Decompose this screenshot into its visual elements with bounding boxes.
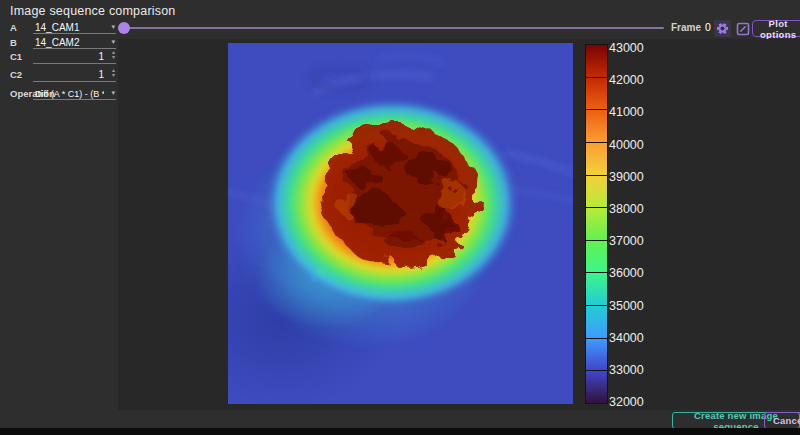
colorbar-segment xyxy=(586,339,607,372)
edit-icon xyxy=(736,22,750,36)
colorbar-tick: 36000 xyxy=(609,266,661,279)
spinner-down-icon[interactable]: ▾ xyxy=(112,73,115,78)
gear-icon xyxy=(716,22,729,35)
plot-area: 43000 42000 41000 40000 39000 38000 3700… xyxy=(118,39,800,410)
field-row-c2: C2 1 ▴ ▾ xyxy=(0,68,118,82)
number-spinner[interactable]: ▴ ▾ xyxy=(112,68,115,78)
chevron-down-icon: ▾ xyxy=(111,23,115,31)
field-row-b: B 14_CAM2 ▾ xyxy=(0,36,118,49)
colorbar-tick: 39000 xyxy=(609,170,661,183)
number-spinner[interactable]: ▴ ▾ xyxy=(112,50,115,60)
field-label-c1: C1 xyxy=(10,51,22,62)
colorbar-tick: 34000 xyxy=(609,331,661,344)
colorbar-tick: 33000 xyxy=(609,363,661,376)
field-row-a: A 14_CAM1 ▾ xyxy=(0,21,118,34)
select-a[interactable]: 14_CAM1 ▾ xyxy=(33,21,116,34)
colorbar-segment xyxy=(586,273,607,306)
field-row-c1: C1 1 ▴ ▾ xyxy=(0,50,118,64)
colorbar-tick: 32000 xyxy=(609,395,661,408)
colorbar-segment xyxy=(586,371,607,403)
select-a-value: 14_CAM1 xyxy=(35,22,104,33)
c2-value: 1 xyxy=(35,69,104,80)
select-operation-value: Diff (A * C1) - (B * C2) xyxy=(35,89,104,99)
colorbar-segment xyxy=(586,241,607,274)
colorbar-segment xyxy=(586,143,607,176)
edit-plot-button[interactable] xyxy=(735,21,750,36)
colorbar-tick: 38000 xyxy=(609,202,661,215)
field-label-a: A xyxy=(10,22,17,33)
plot-options-button[interactable]: Plot options xyxy=(752,20,800,37)
colorbar-segment xyxy=(586,306,607,339)
spinner-down-icon[interactable]: ▾ xyxy=(112,55,115,60)
page-title: Image sequence comparison xyxy=(10,4,176,18)
colorbar-segment xyxy=(586,176,607,209)
colorbar-segment xyxy=(586,45,607,78)
select-b-value: 14_CAM2 xyxy=(35,37,104,48)
field-label-c2: C2 xyxy=(10,69,22,80)
frame-value: 0 xyxy=(705,21,711,33)
colorbar-tick: 43000 xyxy=(609,41,661,54)
chevron-down-icon: ▾ xyxy=(111,38,115,46)
colorbar-tick: 41000 xyxy=(609,105,661,118)
frame-slider-thumb[interactable] xyxy=(118,22,130,34)
heatmap-image xyxy=(228,43,573,404)
cancel-button[interactable]: Cancel xyxy=(764,412,800,429)
colorbar-tick: 35000 xyxy=(609,299,661,312)
c1-value: 1 xyxy=(35,51,104,62)
settings-button[interactable] xyxy=(714,20,731,37)
frame-label: Frame xyxy=(671,22,701,33)
select-b[interactable]: 14_CAM2 ▾ xyxy=(33,36,116,49)
colorbar-segment xyxy=(586,208,607,241)
number-input-c1[interactable]: 1 ▴ ▾ xyxy=(33,50,116,64)
colorbar xyxy=(586,45,607,403)
colorbar-tick: 42000 xyxy=(609,73,661,86)
bottom-bar xyxy=(0,428,800,435)
field-label-b: B xyxy=(10,37,17,48)
select-operation[interactable]: Diff (A * C1) - (B * C2) ▾ xyxy=(33,87,116,100)
colorbar-segment xyxy=(586,110,607,143)
colorbar-segment xyxy=(586,78,607,111)
colorbar-tick: 37000 xyxy=(609,234,661,247)
colorbar-tick: 40000 xyxy=(609,138,661,151)
chevron-down-icon: ▾ xyxy=(111,89,115,97)
number-input-c2[interactable]: 1 ▴ ▾ xyxy=(33,68,116,82)
field-row-operation: Operation Diff (A * C1) - (B * C2) ▾ xyxy=(0,87,118,100)
frame-slider-track[interactable] xyxy=(126,27,664,29)
